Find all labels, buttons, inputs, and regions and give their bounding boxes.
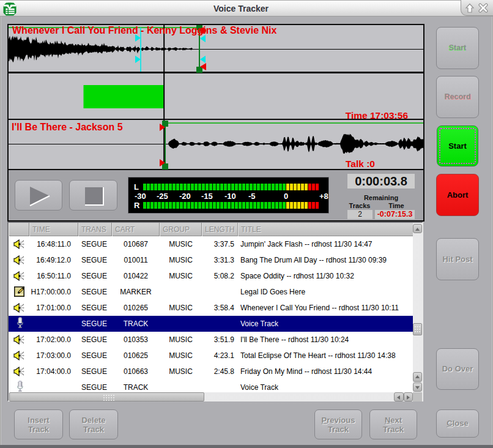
svg-text:-15: -15 <box>201 192 213 201</box>
svg-text:-20: -20 <box>179 192 191 201</box>
svg-text:+8: +8 <box>319 192 328 201</box>
svg-text:-10: -10 <box>224 192 236 201</box>
svg-text:0: 0 <box>284 192 288 201</box>
svg-text:-5: -5 <box>248 192 256 201</box>
svg-text:-30: -30 <box>135 192 146 201</box>
svg-text:L: L <box>134 182 139 192</box>
svg-text:R: R <box>134 201 140 210</box>
svg-text:-25: -25 <box>157 192 168 201</box>
